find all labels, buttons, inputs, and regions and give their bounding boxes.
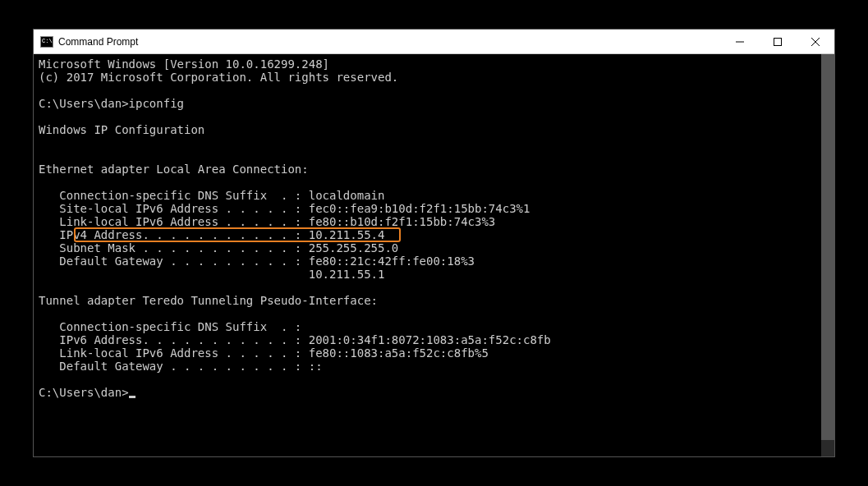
command-prompt-window: Command Prompt Microsoft Windows [Versio… (33, 29, 835, 457)
scrollbar-thumb[interactable] (821, 54, 834, 440)
terminal-line: Tunnel adapter Teredo Tunneling Pseudo-I… (39, 294, 829, 307)
terminal-line (39, 110, 829, 123)
cmd-icon (40, 36, 53, 48)
terminal-line: Microsoft Windows [Version 10.0.16299.24… (39, 57, 829, 71)
terminal-line: Default Gateway . . . . . . . . . : fe80… (39, 254, 829, 268)
terminal-line: Connection-specific DNS Suffix . : local… (39, 189, 829, 202)
terminal-content[interactable]: Microsoft Windows [Version 10.0.16299.24… (34, 54, 834, 402)
terminal-line (39, 149, 829, 163)
terminal-line (39, 176, 829, 189)
close-button[interactable] (797, 30, 834, 53)
terminal-line: C:\Users\dan> (39, 386, 829, 399)
window-title: Command Prompt (58, 36, 721, 48)
terminal-line (39, 373, 829, 386)
terminal-line: Ethernet adapter Local Area Connection: (39, 163, 829, 176)
titlebar[interactable]: Command Prompt (34, 30, 834, 54)
terminal-line: Link-local IPv6 Address . . . . . : fe80… (39, 346, 829, 360)
svg-rect-1 (774, 38, 782, 45)
minimize-button[interactable] (721, 30, 759, 53)
terminal-line: Connection-specific DNS Suffix . : (39, 320, 829, 333)
terminal-line: 10.211.55.1 (39, 268, 829, 281)
terminal-line: Subnet Mask . . . . . . . . . . . : 255.… (39, 241, 829, 254)
maximize-button[interactable] (759, 30, 797, 53)
terminal-line: IPv4 Address. . . . . . . . . . . : 10.2… (39, 228, 829, 241)
terminal-line (39, 84, 829, 97)
terminal-line: Default Gateway . . . . . . . . . : :: (39, 360, 829, 373)
terminal-line: (c) 2017 Microsoft Corporation. All righ… (39, 71, 829, 84)
terminal-line: Link-local IPv6 Address . . . . . : fe80… (39, 215, 829, 228)
terminal-line (39, 136, 829, 149)
terminal-line: Windows IP Configuration (39, 123, 829, 136)
terminal-line (39, 307, 829, 320)
terminal-line: C:\Users\dan>ipconfig (39, 97, 829, 110)
terminal-line: Site-local IPv6 Address . . . . . : fec0… (39, 202, 829, 215)
scrollbar[interactable] (821, 54, 834, 456)
terminal-line: IPv6 Address. . . . . . . . . . . : 2001… (39, 333, 829, 346)
cursor (129, 396, 135, 398)
window-controls (721, 30, 834, 53)
terminal-body[interactable]: Microsoft Windows [Version 10.0.16299.24… (34, 54, 834, 456)
terminal-line (39, 281, 829, 294)
